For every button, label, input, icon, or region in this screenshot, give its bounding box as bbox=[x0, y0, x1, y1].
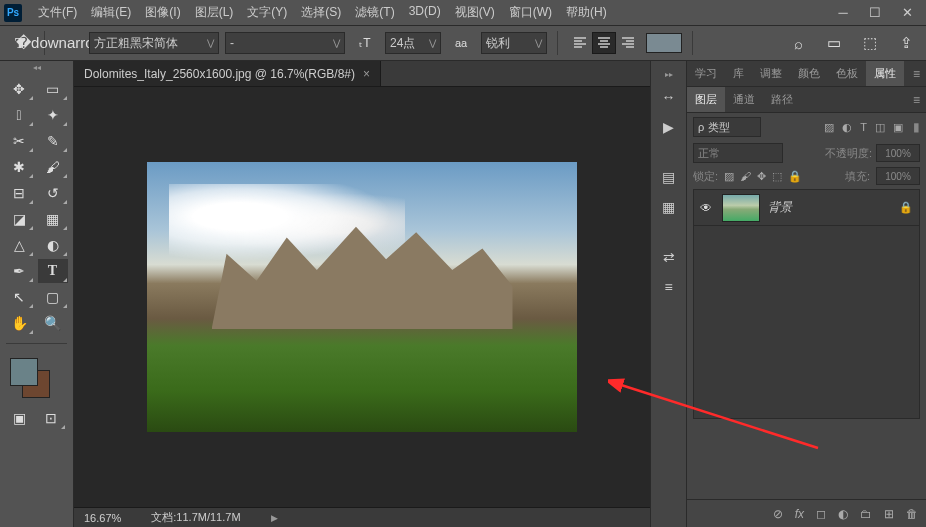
healing-tool[interactable]: ✱ bbox=[4, 155, 34, 179]
clone-tool[interactable]: ⊟ bbox=[4, 181, 34, 205]
document-tab[interactable]: Dolomites_Italy_2560x1600.jpg @ 16.7%(RG… bbox=[74, 61, 381, 86]
warp-text-icon[interactable]: ⌕ bbox=[784, 31, 812, 55]
antialias-dropdown[interactable]: 锐利 ⋁ bbox=[481, 32, 547, 54]
share-icon[interactable]: ⇪ bbox=[892, 31, 920, 55]
lock-pixels-icon[interactable]: 🖌 bbox=[740, 170, 751, 183]
menu-select[interactable]: 选择(S) bbox=[295, 1, 347, 24]
tab-properties[interactable]: 属性 bbox=[866, 61, 904, 86]
screen-mode-tool[interactable]: ⊡ bbox=[36, 406, 66, 430]
adjustments-panel-icon[interactable]: ⇄ bbox=[656, 245, 682, 269]
filter-toggle-icon[interactable]: ▮ bbox=[913, 120, 920, 134]
history-panel-icon[interactable]: ↔ bbox=[656, 85, 682, 109]
tab-swatches[interactable]: 色板 bbox=[828, 61, 866, 86]
filter-shape-icon[interactable]: ◫ bbox=[875, 121, 885, 134]
layers-menu-icon[interactable]: ≡ bbox=[907, 87, 926, 112]
tab-channels[interactable]: 通道 bbox=[725, 87, 763, 112]
path-select-tool[interactable]: ↖ bbox=[4, 285, 34, 309]
tab-library[interactable]: 库 bbox=[725, 61, 752, 86]
brush-tool[interactable]: 🖌 bbox=[38, 155, 68, 179]
layer-mask-icon[interactable]: ◻ bbox=[816, 507, 826, 521]
zoom-tool[interactable]: 🔍 bbox=[38, 311, 68, 335]
foreground-color[interactable] bbox=[10, 358, 38, 386]
delete-layer-icon[interactable]: 🗑 bbox=[906, 507, 918, 521]
paragraph-panel-icon[interactable]: ▤ bbox=[656, 165, 682, 189]
lock-all-icon[interactable]: 🔒 bbox=[788, 170, 802, 183]
blend-mode-dropdown[interactable]: 正常 bbox=[693, 143, 783, 163]
font-style-dropdown[interactable]: - ⋁ bbox=[225, 32, 345, 54]
marquee-tool[interactable]: ▭ bbox=[38, 77, 68, 101]
minimize-button[interactable]: ─ bbox=[828, 3, 858, 23]
menu-3d[interactable]: 3D(D) bbox=[403, 1, 447, 24]
tab-layers[interactable]: 图层 bbox=[687, 87, 725, 112]
canvas-viewport[interactable] bbox=[74, 87, 650, 507]
align-center-button[interactable] bbox=[592, 32, 616, 54]
font-size-dropdown[interactable]: 24点 ⋁ bbox=[385, 32, 441, 54]
strip-expand-handle[interactable]: ▸▸ bbox=[651, 69, 686, 79]
pen-tool[interactable]: ✒ bbox=[4, 259, 34, 283]
filter-adjust-icon[interactable]: ◐ bbox=[842, 121, 852, 134]
align-right-button[interactable] bbox=[616, 32, 640, 54]
lock-artboard-icon[interactable]: ⬚ bbox=[772, 170, 782, 183]
zoom-level[interactable]: 16.67% bbox=[84, 512, 121, 524]
layer-thumbnail[interactable] bbox=[722, 194, 760, 222]
visibility-icon[interactable]: 👁 bbox=[700, 201, 714, 215]
eyedropper-tool[interactable]: ✎ bbox=[38, 129, 68, 153]
link-layers-icon[interactable]: ⊘ bbox=[773, 507, 783, 521]
shape-tool[interactable]: ▢ bbox=[38, 285, 68, 309]
type-tool[interactable]: T bbox=[38, 259, 68, 283]
fill-input[interactable]: 100% bbox=[876, 167, 920, 185]
menu-edit[interactable]: 编辑(E) bbox=[85, 1, 137, 24]
crop-tool[interactable]: ✂ bbox=[4, 129, 34, 153]
text-color-swatch[interactable] bbox=[646, 33, 682, 53]
font-family-dropdown[interactable]: 方正粗黑宋简体 ⋁ bbox=[89, 32, 219, 54]
opacity-input[interactable]: 100% bbox=[876, 144, 920, 162]
align-left-button[interactable] bbox=[568, 32, 592, 54]
quick-select-tool[interactable]: ✦ bbox=[38, 103, 68, 127]
menu-type[interactable]: 文字(Y) bbox=[241, 1, 293, 24]
new-fill-icon[interactable]: ◐ bbox=[838, 507, 848, 521]
new-group-icon[interactable]: 🗀 bbox=[860, 507, 872, 521]
menu-image[interactable]: 图像(I) bbox=[139, 1, 186, 24]
lock-transparency-icon[interactable]: ▨ bbox=[724, 170, 734, 183]
menu-layer[interactable]: 图层(L) bbox=[189, 1, 240, 24]
menu-file[interactable]: 文件(F) bbox=[32, 1, 83, 24]
close-button[interactable]: ✕ bbox=[892, 3, 922, 23]
character-panel-strip-icon[interactable]: ▦ bbox=[656, 195, 682, 219]
menu-view[interactable]: 视图(V) bbox=[449, 1, 501, 24]
blur-tool[interactable]: △ bbox=[4, 233, 34, 257]
actions-panel-icon[interactable]: ▶ bbox=[656, 115, 682, 139]
3d-icon[interactable]: ⬚ bbox=[856, 31, 884, 55]
hand-tool[interactable]: ✋ bbox=[4, 311, 34, 335]
menu-filter[interactable]: 滤镜(T) bbox=[349, 1, 400, 24]
maximize-button[interactable]: ☐ bbox=[860, 3, 890, 23]
status-chevron-icon[interactable]: ▶ bbox=[271, 513, 278, 523]
tab-paths[interactable]: 路径 bbox=[763, 87, 801, 112]
history-brush-tool[interactable]: ↺ bbox=[38, 181, 68, 205]
layer-filter-dropdown[interactable]: ρ 类型 bbox=[693, 117, 761, 137]
layer-name[interactable]: 背景 bbox=[768, 199, 792, 216]
tab-study[interactable]: 学习 bbox=[687, 61, 725, 86]
gradient-tool[interactable]: ▦ bbox=[38, 207, 68, 231]
lock-position-icon[interactable]: ✥ bbox=[757, 170, 766, 183]
quick-mask-tool[interactable]: ▣ bbox=[4, 406, 34, 430]
filter-pixel-icon[interactable]: ▨ bbox=[824, 121, 834, 134]
tools-collapse-handle[interactable] bbox=[0, 61, 73, 73]
dodge-tool[interactable]: ◐ bbox=[38, 233, 68, 257]
move-tool[interactable]: ✥ bbox=[4, 77, 34, 101]
lasso-tool[interactable]: 𓍯 bbox=[4, 103, 34, 127]
orientation-icon[interactable]: �downarrow_T bbox=[55, 31, 83, 55]
layer-row-background[interactable]: 👁 背景 🔒 bbox=[694, 190, 919, 226]
panel-menu-icon[interactable]: ≡ bbox=[907, 61, 926, 86]
styles-panel-icon[interactable]: ≡ bbox=[656, 275, 682, 299]
tab-adjustments[interactable]: 调整 bbox=[752, 61, 790, 86]
close-tab-icon[interactable]: × bbox=[363, 67, 370, 81]
filter-smart-icon[interactable]: ▣ bbox=[893, 121, 903, 134]
character-panel-icon[interactable]: ▭ bbox=[820, 31, 848, 55]
eraser-tool[interactable]: ◪ bbox=[4, 207, 34, 231]
new-layer-icon[interactable]: ⊞ bbox=[884, 507, 894, 521]
filter-type-icon[interactable]: T bbox=[860, 121, 867, 134]
tab-color[interactable]: 颜色 bbox=[790, 61, 828, 86]
menu-help[interactable]: 帮助(H) bbox=[560, 1, 613, 24]
menu-window[interactable]: 窗口(W) bbox=[503, 1, 558, 24]
layer-fx-icon[interactable]: fx bbox=[795, 507, 804, 521]
